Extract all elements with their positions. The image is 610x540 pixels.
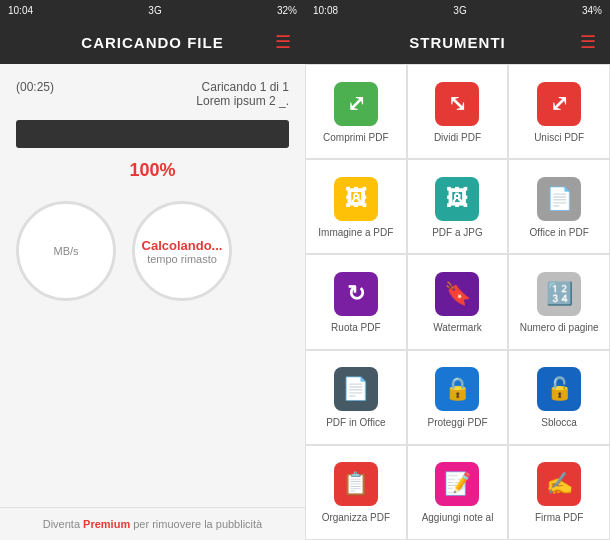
tool-firma-pdf[interactable]: ✍Firma PDF: [508, 445, 610, 540]
tool-label-watermark: Watermark: [433, 322, 482, 334]
tool-icon-pdf-in-office: 📄: [334, 367, 378, 411]
tool-label-organizza-pdf: Organizza PDF: [322, 512, 390, 524]
promo-suffix: per rimuovere la pubblicità: [130, 518, 262, 530]
tool-label-sblocca: Sblocca: [541, 417, 577, 429]
left-status-bar: 10:04 3G 32%: [0, 0, 305, 20]
left-panel: 10:04 3G 32% CARICANDO FILE ☰ (00:25) Ca…: [0, 0, 305, 540]
file-info-row: (00:25) Caricando 1 di 1 Lorem ipsum 2 _…: [16, 80, 289, 108]
tool-comprimi-pdf[interactable]: ⤢Comprimi PDF: [305, 64, 407, 159]
tool-icon-organizza-pdf: 📋: [334, 462, 378, 506]
right-title: STRUMENTI: [409, 34, 506, 51]
tool-icon-proteggi-pdf: 🔒: [435, 367, 479, 411]
tool-icon-sblocca: 🔓: [537, 367, 581, 411]
tool-icon-ruota-pdf: ↻: [334, 272, 378, 316]
tool-label-unisci-pdf: Unisci PDF: [534, 132, 584, 144]
tool-icon-pdf-a-jpg: 🖼: [435, 177, 479, 221]
right-time: 10:08: [313, 5, 338, 16]
tool-label-office-in-pdf: Office in PDF: [530, 227, 589, 239]
tool-label-pdf-in-office: PDF in Office: [326, 417, 385, 429]
promo-text: Diventa: [43, 518, 83, 530]
tool-label-firma-pdf: Firma PDF: [535, 512, 583, 524]
right-header: STRUMENTI ☰: [305, 20, 610, 64]
tool-ruota-pdf[interactable]: ↻Ruota PDF: [305, 254, 407, 349]
circles-row: MB/s Calcolando... tempo rimasto: [16, 201, 289, 301]
left-header: CARICANDO FILE ☰: [0, 20, 305, 64]
tool-label-comprimi-pdf: Comprimi PDF: [323, 132, 389, 144]
circle-speed: MB/s: [16, 201, 116, 301]
left-title: CARICANDO FILE: [81, 34, 223, 51]
tool-label-numero-di-pagine: Numero di pagine: [520, 322, 599, 334]
tool-watermark[interactable]: 🔖Watermark: [407, 254, 509, 349]
left-battery: 32%: [277, 5, 297, 16]
left-content: (00:25) Caricando 1 di 1 Lorem ipsum 2 _…: [0, 64, 305, 507]
tool-icon-comprimi-pdf: ⤢: [334, 82, 378, 126]
tool-label-aggiungi-note: Aggiungi note al: [422, 512, 494, 524]
tool-pdf-a-jpg[interactable]: 🖼PDF a JPG: [407, 159, 509, 254]
tool-label-ruota-pdf: Ruota PDF: [331, 322, 380, 334]
tool-icon-office-in-pdf: 📄: [537, 177, 581, 221]
tool-dividi-pdf[interactable]: ⤡Dividi PDF: [407, 64, 509, 159]
progress-bar-container: [16, 120, 289, 148]
tool-icon-aggiungi-note: 📝: [435, 462, 479, 506]
tool-icon-dividi-pdf: ⤡: [435, 82, 479, 126]
tool-pdf-in-office[interactable]: 📄PDF in Office: [305, 350, 407, 445]
tool-icon-unisci-pdf: ⤢: [537, 82, 581, 126]
tool-sblocca[interactable]: 🔓Sblocca: [508, 350, 610, 445]
right-status-bar: 10:08 3G 34%: [305, 0, 610, 20]
right-panel: 10:08 3G 34% STRUMENTI ☰ ⤢Comprimi PDF⤡D…: [305, 0, 610, 540]
tool-icon-numero-di-pagine: 🔢: [537, 272, 581, 316]
circle-time-label: tempo rimasto: [147, 253, 217, 265]
right-signal: 3G: [453, 5, 466, 16]
tool-aggiungi-note[interactable]: 📝Aggiungi note al: [407, 445, 509, 540]
file-size: (00:25): [16, 80, 54, 94]
tool-icon-watermark: 🔖: [435, 272, 479, 316]
progress-percent: 100%: [16, 160, 289, 181]
left-menu-icon[interactable]: ☰: [275, 31, 291, 53]
right-battery: 34%: [582, 5, 602, 16]
tools-grid: ⤢Comprimi PDF⤡Dividi PDF⤢Unisci PDF🖼Imma…: [305, 64, 610, 540]
left-time: 10:04: [8, 5, 33, 16]
tool-office-in-pdf[interactable]: 📄Office in PDF: [508, 159, 610, 254]
left-signal: 3G: [148, 5, 161, 16]
circle-time-value: Calcolando...: [142, 238, 223, 253]
premium-link[interactable]: Premium: [83, 518, 130, 530]
tool-proteggi-pdf[interactable]: 🔒Proteggi PDF: [407, 350, 509, 445]
file-name: Caricando 1 di 1: [196, 80, 289, 94]
circle-time: Calcolando... tempo rimasto: [132, 201, 232, 301]
tool-label-dividi-pdf: Dividi PDF: [434, 132, 481, 144]
tool-unisci-pdf[interactable]: ⤢Unisci PDF: [508, 64, 610, 159]
tool-label-pdf-a-jpg: PDF a JPG: [432, 227, 483, 239]
tool-label-proteggi-pdf: Proteggi PDF: [427, 417, 487, 429]
tool-numero-di-pagine[interactable]: 🔢Numero di pagine: [508, 254, 610, 349]
circle-speed-label: MB/s: [53, 245, 78, 257]
tool-label-immagine-a-pdf: Immagine a PDF: [318, 227, 393, 239]
tool-organizza-pdf[interactable]: 📋Organizza PDF: [305, 445, 407, 540]
progress-bar-fill: [16, 120, 289, 148]
file-details: Caricando 1 di 1 Lorem ipsum 2 _.: [196, 80, 289, 108]
tool-immagine-a-pdf[interactable]: 🖼Immagine a PDF: [305, 159, 407, 254]
tool-icon-immagine-a-pdf: 🖼: [334, 177, 378, 221]
file-subtitle: Lorem ipsum 2 _.: [196, 94, 289, 108]
tool-icon-firma-pdf: ✍: [537, 462, 581, 506]
right-menu-icon[interactable]: ☰: [580, 31, 596, 53]
promo-bar: Diventa Premium per rimuovere la pubblic…: [0, 507, 305, 540]
